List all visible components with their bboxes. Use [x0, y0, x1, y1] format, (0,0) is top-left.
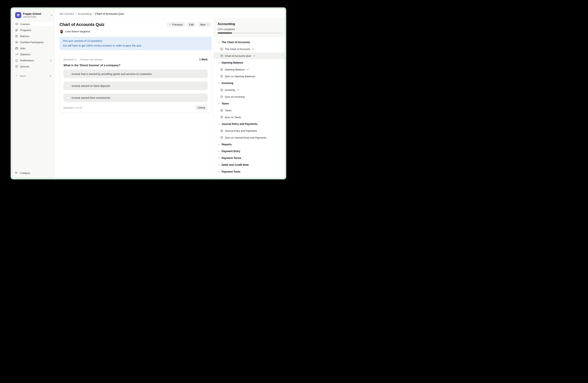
monitor-play-icon [220, 129, 223, 132]
chevron-down-icon [218, 102, 220, 105]
help-circle-icon [220, 55, 223, 57]
breadcrumb-chart-of-accounts-quiz: Chart of Accounts Quiz [95, 12, 124, 15]
outline-item-opening-balance[interactable]: Opening Balance [214, 66, 285, 73]
content-wrap: All Courses/Accounting/Chart of Accounts… [55, 9, 285, 178]
outline-section-debit-and-credit-note[interactable]: Debit and Credit Note [214, 161, 285, 168]
answer-option-2[interactable]: Income earned on bank deposits [63, 81, 208, 90]
outline-section-opening-balance[interactable]: Opening Balance [214, 59, 285, 66]
collapse-label: Collapse [20, 172, 30, 174]
sidebar-item-batches[interactable]: Batches [14, 33, 53, 39]
help-circle-icon [220, 136, 223, 139]
outline-item-the-chart-of-accounts[interactable]: The Chart of Accounts [214, 46, 285, 52]
collapse-arrow-icon [15, 171, 18, 175]
sidebar-item-notifications[interactable]: Notifications 1 [14, 57, 53, 63]
help-circle-icon [220, 75, 223, 78]
outline-item-quiz-on-taxes[interactable]: Quiz on Taxes [214, 114, 285, 120]
sidebar-item-programs[interactable]: Programs [14, 27, 53, 33]
school-name: Frappe School [23, 12, 48, 15]
plus-icon[interactable] [49, 75, 52, 77]
outline-header: Accounting 22% completed [214, 19, 285, 37]
question-progress: Question 1 of 10 [63, 106, 82, 109]
help-circle-icon [220, 95, 223, 98]
chevron-right-icon [207, 23, 209, 26]
sidebar-more[interactable]: More [14, 73, 53, 79]
user-name: Jannat Patel [23, 16, 48, 18]
workspace-switcher[interactable]: Frappe School Jannat Patel [15, 12, 53, 18]
answer-option-1[interactable]: Income that is earned by providing goods… [63, 70, 208, 78]
chevron-right-icon [218, 143, 220, 146]
chevron-down-icon [50, 14, 53, 17]
outline-item-chart-of-accounts-quiz[interactable]: Chart of Accounts Quiz [214, 52, 285, 59]
check-icon [252, 48, 255, 50]
outline-item-quiz-on-journal-entry-and-payments[interactable]: Quiz on Journal Entry and Payments [214, 134, 285, 141]
collapse-sidebar-button[interactable]: Collapse [14, 170, 53, 176]
next-button[interactable]: Next [198, 22, 211, 27]
monitor-play-icon [220, 68, 223, 71]
breadcrumb-separator: / [93, 12, 94, 15]
app-window: Frappe School Jannat Patel Courses Progr… [11, 7, 286, 179]
edit-button[interactable]: Edit [187, 22, 196, 27]
outline-item-invoicing[interactable]: Invoicing [214, 86, 285, 93]
sidebar-item-jobs[interactable]: Jobs [14, 45, 53, 51]
main-content: Chart of Accounts Quiz Previous Edit [55, 19, 214, 178]
outline-item-taxes[interactable]: Taxes [214, 107, 285, 114]
notice-line-1: This quiz consists of 10 questions. [63, 38, 209, 43]
outline-section-payment-terms[interactable]: Payment Terms [214, 154, 285, 161]
quiz-card: Question 1: Choose one answer 1 Mark Wha… [60, 54, 211, 113]
check-button[interactable]: Check [195, 105, 208, 110]
monitor-play-icon [220, 48, 223, 51]
monitor-play-icon [220, 109, 223, 112]
radio-button-icon[interactable] [66, 73, 69, 76]
course-outline-panel: Accounting 22% completed The Chart of Ac… [214, 19, 285, 178]
chevron-right-icon [218, 150, 220, 153]
radio-button-icon[interactable] [66, 96, 69, 99]
check-icon [237, 89, 239, 91]
outline-section-journal-entry-and-payments[interactable]: Journal Entry and Payments [214, 120, 285, 127]
more-label: More [20, 75, 47, 77]
outline-item-quiz-on-invoicing[interactable]: Quiz on Invoicing [214, 93, 285, 100]
breadcrumb-accounting[interactable]: Accounting [78, 12, 91, 15]
breadcrumb-all-courses[interactable]: All Courses [60, 12, 74, 15]
chevron-down-icon [218, 82, 220, 84]
check-icon [253, 55, 255, 57]
chevron-left-icon [169, 23, 171, 26]
sidebar-item-certified-participants[interactable]: Certified Participants [14, 39, 53, 45]
users-icon [15, 35, 18, 38]
left-sidebar: Frappe School Jannat Patel Courses Progr… [12, 9, 55, 178]
page-title: Chart of Accounts Quiz [60, 22, 104, 27]
monitor-play-icon [220, 89, 223, 91]
bell-icon [15, 59, 18, 62]
chevron-down-icon [218, 41, 220, 43]
author-name: Linet Sherin Varghese [65, 30, 90, 33]
sidebar-item-statistics[interactable]: Statistics [14, 52, 53, 57]
trending-up-icon [15, 53, 18, 56]
desktop-background: Frappe School Jannat Patel Courses Progr… [0, 0, 294, 192]
notice-line-2: You will have to get 100% correct answer… [63, 43, 209, 48]
chevron-right-icon [218, 157, 220, 159]
outline-item-journal-entry-and-payments[interactable]: Journal Entry and Payments [214, 127, 285, 134]
chevron-right-icon [15, 74, 18, 77]
answer-option-3[interactable]: Income earned from investments [63, 94, 208, 102]
sidebar-item-courses[interactable]: Courses [14, 21, 53, 27]
breadcrumb: All Courses/Accounting/Chart of Accounts… [55, 9, 285, 19]
graduation-cap-logo-icon [16, 13, 20, 17]
outline-section-the-chart-of-accounts[interactable]: The Chart of Accounts [214, 39, 285, 46]
course-progress-bar [218, 33, 283, 34]
outline-item-quiz-on-opening-balances[interactable]: Quiz on Opening Balances [214, 73, 285, 80]
outline-section-payment-entry[interactable]: Payment Entry [214, 148, 285, 154]
author-avatar [60, 29, 64, 34]
outline-section-taxes[interactable]: Taxes [214, 100, 285, 107]
sidebar-spacer [12, 79, 55, 170]
previous-button[interactable]: Previous [166, 22, 185, 27]
help-circle-icon [220, 116, 223, 119]
outline-section-reports[interactable]: Reports [214, 141, 285, 148]
breadcrumb-separator: / [75, 12, 76, 15]
sidebar-item-quizzes[interactable]: Quizzes [14, 64, 53, 69]
workspace-text: Frappe School Jannat Patel [23, 12, 48, 18]
course-title: Accounting [218, 22, 281, 26]
outline-section-payment-tools[interactable]: Payment Tools [214, 168, 285, 175]
question-number-label: Question 1: [63, 58, 77, 61]
body: Chart of Accounts Quiz Previous Edit [55, 19, 285, 178]
outline-section-invoicing[interactable]: Invoicing [214, 80, 285, 86]
radio-button-icon[interactable] [66, 84, 69, 87]
